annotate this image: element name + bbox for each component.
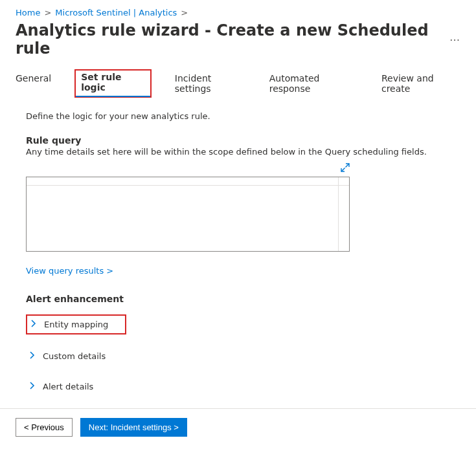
breadcrumb-sentinel-analytics[interactable]: Microsoft Sentinel | Analytics	[55, 8, 177, 17]
alert-enhancement-heading: Alert enhancement	[26, 294, 460, 304]
rule-query-subtext: Any time details set here will be within…	[26, 147, 460, 157]
wizard-tabs: General Set rule logic Incident settings…	[16, 69, 460, 98]
accordion-alert-details[interactable]: Alert details	[26, 378, 96, 395]
breadcrumb-home[interactable]: Home	[16, 8, 40, 17]
view-query-results-link[interactable]: View query results >	[26, 266, 113, 276]
accordion-label: Alert details	[43, 382, 93, 391]
rule-query-editor[interactable]	[26, 177, 350, 252]
breadcrumb-separator: >	[181, 8, 188, 17]
accordion-entity-mapping[interactable]: Entity mapping	[26, 314, 126, 334]
tab-set-rule-logic[interactable]: Set rule logic	[74, 69, 152, 98]
tab-incident-settings[interactable]: Incident settings	[175, 69, 246, 98]
accordion-label: Custom details	[43, 351, 106, 361]
chevron-right-icon	[28, 382, 36, 391]
chevron-right-icon	[30, 320, 38, 329]
wizard-footer: < Previous Next: Incident settings >	[0, 418, 476, 449]
expand-query-icon[interactable]	[338, 160, 352, 177]
intro-text: Define the logic for your new analytics …	[26, 111, 460, 121]
page-title: Analytics rule wizard - Create a new Sch…	[16, 21, 460, 58]
more-actions-icon[interactable]: ⋯	[449, 34, 460, 46]
breadcrumb: Home > Microsoft Sentinel | Analytics >	[16, 8, 460, 17]
tab-review-and-create[interactable]: Review and create	[381, 69, 460, 98]
breadcrumb-separator: >	[44, 8, 51, 17]
accordion-label: Entity mapping	[44, 320, 108, 329]
tab-automated-response[interactable]: Automated response	[269, 69, 358, 98]
chevron-right-icon	[28, 351, 36, 361]
accordion-custom-details[interactable]: Custom details	[26, 347, 108, 365]
next-button[interactable]: Next: Incident settings >	[80, 418, 187, 437]
tab-general[interactable]: General	[16, 69, 51, 98]
previous-button[interactable]: < Previous	[16, 418, 73, 437]
rule-query-heading: Rule query	[26, 135, 460, 146]
footer-divider	[0, 408, 476, 409]
